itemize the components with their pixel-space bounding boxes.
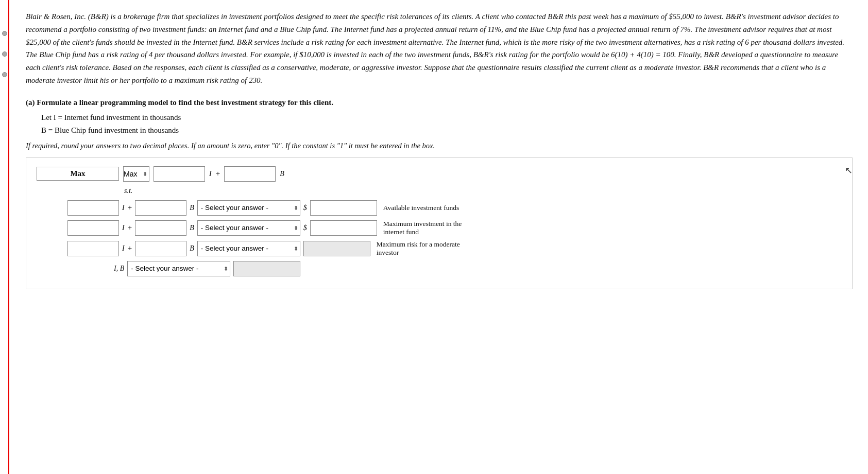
constraint-3-select-wrapper[interactable]: - Select your answer - ≤ ≥ =	[197, 241, 300, 256]
let-I: Let I = Internet fund investment in thou…	[41, 111, 853, 125]
let-B: B = Blue Chip fund investment in thousan…	[41, 124, 853, 137]
constraint-3-plus: +	[128, 244, 132, 253]
var-I-label: I	[209, 170, 212, 178]
constraint-3-var-I: I	[122, 244, 125, 253]
question-a-body: Formulate a linear programming model to …	[37, 98, 333, 107]
max-coeff-I[interactable]	[154, 166, 205, 182]
constraint-2-desc: Maximum investment in theinternet fund	[383, 220, 462, 236]
main-content: Blair & Rosen, Inc. (B&R) is a brokerage…	[26, 10, 853, 289]
constraint-3-var-B: B	[190, 244, 194, 253]
cursor-pointer: ↖	[845, 165, 853, 176]
constraint-1-coeff-I[interactable]	[67, 200, 119, 216]
constraint-3-select[interactable]: - Select your answer - ≤ ≥ =	[197, 241, 300, 256]
model-box: Max Max Min I + B s.t.	[26, 157, 853, 289]
constraint-3-coeff-B[interactable]	[135, 241, 186, 256]
constraint-2-rhs[interactable]	[310, 220, 377, 236]
constraint-2-plus: +	[128, 223, 132, 232]
constraint-1-var-I: I	[122, 204, 125, 212]
constraint-3-rhs[interactable]	[303, 241, 370, 256]
max-label: Max	[37, 167, 119, 181]
st-label: s.t.	[124, 187, 842, 195]
constraint-2-coeff-B[interactable]	[135, 220, 186, 236]
nonnegativity-vars: I, B	[114, 265, 124, 273]
constraint-row-3: I + B - Select your answer - ≤ ≥ =	[67, 240, 842, 257]
constraints-section: I + B - Select your answer - ≤ ≥ =	[67, 200, 842, 276]
dot-3	[2, 72, 7, 77]
constraint-2-select[interactable]: - Select your answer - ≤ ≥ =	[197, 220, 300, 236]
constraint-2-select-wrapper[interactable]: - Select your answer - ≤ ≥ =	[197, 220, 300, 236]
constraint-1-dollar: $	[303, 204, 307, 212]
left-dots	[2, 31, 7, 77]
constraint-3-coeff-I[interactable]	[67, 241, 119, 256]
constraint-2-dollar: $	[303, 224, 307, 232]
nonnegativity-rhs[interactable]	[233, 261, 300, 276]
constraint-1-select-wrapper[interactable]: - Select your answer - ≤ ≥ =	[197, 200, 300, 216]
nonnegativity-row: I, B - Select your answer - ≤ ≥ =	[114, 261, 842, 276]
left-bar	[0, 0, 9, 474]
constraint-3-desc: Maximum risk for a moderateinvestor	[377, 240, 460, 257]
constraint-1-plus: +	[128, 203, 132, 212]
page-container: Blair & Rosen, Inc. (B&R) is a brokerage…	[0, 0, 868, 474]
nonnegativity-select-wrapper[interactable]: - Select your answer - ≤ ≥ =	[127, 261, 230, 276]
nonnegativity-select[interactable]: - Select your answer - ≤ ≥ =	[127, 261, 230, 276]
constraint-1-var-B: B	[190, 204, 194, 212]
max-dropdown-wrapper[interactable]: Max Min	[123, 166, 149, 182]
constraint-1-coeff-B[interactable]	[135, 200, 186, 216]
max-text: Max	[70, 169, 85, 178]
intro-paragraph: Blair & Rosen, Inc. (B&R) is a brokerage…	[26, 10, 853, 87]
constraint-2-coeff-I[interactable]	[67, 220, 119, 236]
let-vars: Let I = Internet fund investment in thou…	[41, 111, 853, 137]
constraint-1-select[interactable]: - Select your answer - ≤ ≥ =	[197, 200, 300, 216]
constraint-2-var-B: B	[190, 224, 194, 232]
question-a: (a) Formulate a linear programming model…	[26, 98, 853, 289]
max-coeff-B[interactable]	[224, 166, 276, 182]
st-text: s.t.	[124, 187, 132, 195]
dot-1	[2, 31, 7, 36]
part-a-label: (a)	[26, 98, 35, 107]
dot-2	[2, 51, 7, 57]
constraint-1-desc: Available investment funds	[383, 204, 459, 212]
question-a-title: (a) Formulate a linear programming model…	[26, 98, 853, 107]
var-B-label: B	[280, 170, 284, 178]
plus-sign-max: +	[216, 169, 220, 178]
constraint-row-2: I + B - Select your answer - ≤ ≥ =	[67, 220, 842, 236]
max-row: Max Max Min I + B	[37, 166, 842, 182]
constraint-row-1: I + B - Select your answer - ≤ ≥ =	[67, 200, 842, 216]
max-dropdown[interactable]: Max Min	[123, 166, 149, 182]
instruction: If required, round your answers to two d…	[26, 142, 853, 150]
constraint-1-rhs[interactable]	[310, 200, 377, 216]
constraint-2-var-I: I	[122, 224, 125, 232]
